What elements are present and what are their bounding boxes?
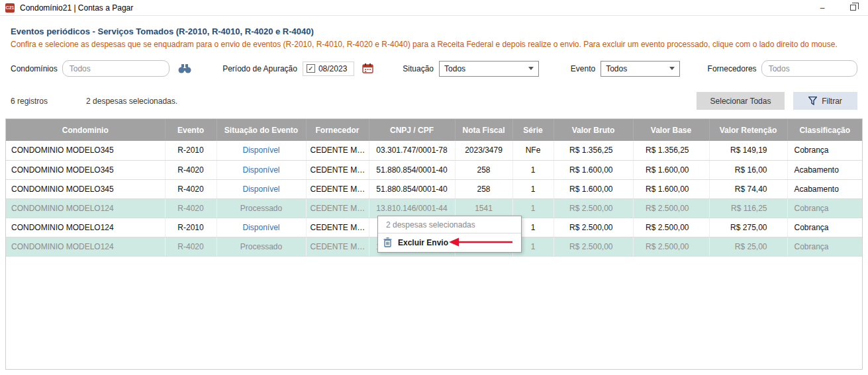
column-header-5[interactable]: CNPJ / CPF <box>369 119 455 141</box>
cell-condominio: CONDOMINIO MODELO124 <box>6 218 165 237</box>
menu-item-label: Excluir Envio <box>398 238 448 247</box>
cell-condominio: CONDOMINIO MODELO345 <box>6 160 165 179</box>
restore-icon <box>850 5 856 11</box>
cell-classificacao: Cobrança <box>787 198 862 218</box>
filter-button-label: Filtrar <box>822 97 842 106</box>
cell-evento: R-2010 <box>165 141 217 160</box>
periodo-box: ✓ 08/2023 <box>303 62 354 76</box>
evento-label: Evento <box>571 64 595 73</box>
cell-situacao[interactable]: Disponível <box>217 218 306 237</box>
binoculars-icon[interactable] <box>177 64 192 73</box>
periodo-checkbox[interactable]: ✓ <box>307 64 315 73</box>
column-header-10[interactable]: Valor Retenção <box>709 119 787 141</box>
fornecedores-input[interactable]: Todos <box>761 60 857 77</box>
cell-valor_bruto: R$ 2.500,00 <box>554 237 633 256</box>
periodo-label: Período de Apuração <box>222 64 297 73</box>
cell-classificacao: Acabamento <box>787 160 862 179</box>
cell-valor_retencao: R$ 149,19 <box>709 141 787 160</box>
cell-fornecedor: CEDENTE MOD... <box>306 179 369 198</box>
cell-cnpj_cpf: 51.880.854/0001-40 <box>369 160 455 179</box>
cell-evento: R-4020 <box>165 179 217 198</box>
table-row[interactable]: CONDOMINIO MODELO345R-4020DisponívelCEDE… <box>6 160 862 179</box>
condominios-label: Condomínios <box>11 64 58 73</box>
column-header-2[interactable]: Evento <box>165 119 217 141</box>
cell-classificacao: Cobrança <box>787 218 862 237</box>
cell-evento: R-4020 <box>165 198 217 218</box>
calendar-icon[interactable] <box>362 63 373 73</box>
page-subtitle: Confira e selecione as despesas que se e… <box>11 40 857 49</box>
table-header-row: CondominioEventoSituação do EventoFornec… <box>6 119 862 141</box>
cell-valor_base: R$ 2.500,00 <box>633 218 709 237</box>
cell-valor_retencao: R$ 74,40 <box>709 179 787 198</box>
cell-fornecedor: CEDENTE MOD... <box>306 198 369 218</box>
cell-evento: R-2010 <box>165 218 217 237</box>
cell-valor_base: R$ 2.500,00 <box>633 237 709 256</box>
cell-serie: 1 <box>512 198 554 218</box>
status-bar: 6 registros 2 despesas selecionadas. Sel… <box>0 92 868 110</box>
cell-classificacao: Cobrança <box>787 237 862 256</box>
records-count: 6 registros <box>11 97 48 106</box>
periodo-value: 08/2023 <box>318 64 347 73</box>
annotation-arrow <box>448 236 515 248</box>
cell-valor_base: R$ 2.500,00 <box>633 198 709 218</box>
column-header-9[interactable]: Valor Base <box>633 119 709 141</box>
cell-valor_retencao: R$ 25,00 <box>709 237 787 256</box>
column-header-6[interactable]: Nota Fiscal <box>455 119 512 141</box>
cell-situacao[interactable]: Disponível <box>217 141 306 160</box>
column-header-7[interactable]: Série <box>512 119 554 141</box>
titlebar: C21 Condomínio21 | Contas a Pagar – <box>0 0 868 16</box>
column-header-1[interactable]: Condominio <box>6 119 165 141</box>
cell-situacao[interactable]: Disponível <box>217 160 306 179</box>
column-header-4[interactable]: Fornecedor <box>306 119 369 141</box>
fornecedores-label: Fornecedores <box>708 64 757 73</box>
condominios-input[interactable]: Todos <box>62 60 169 77</box>
cell-situacao: Processado <box>217 237 306 256</box>
cell-valor_bruto: R$ 2.500,00 <box>554 198 633 218</box>
cell-valor_retencao: R$ 275,00 <box>709 218 787 237</box>
cell-valor_base: R$ 1.600,00 <box>633 179 709 198</box>
column-header-8[interactable]: Valor Bruto <box>554 119 633 141</box>
cell-valor_bruto: R$ 1.600,00 <box>554 179 633 198</box>
cell-valor_base: R$ 1.600,00 <box>633 160 709 179</box>
filter-button[interactable]: Filtrar <box>793 92 857 110</box>
table-row[interactable]: CONDOMINIO MODELO345R-2010DisponívelCEDE… <box>6 141 862 160</box>
situacao-label: Situação <box>403 64 434 73</box>
minimize-icon: – <box>820 3 825 13</box>
cell-valor_bruto: R$ 1.600,00 <box>554 160 633 179</box>
select-all-button[interactable]: Selecionar Todas <box>697 92 785 110</box>
cell-fornecedor: CEDENTE MOD... <box>306 141 369 160</box>
cell-condominio: CONDOMINIO MODELO124 <box>6 198 165 218</box>
table-row[interactable]: CONDOMINIO MODELO345R-4020DisponívelCEDE… <box>6 179 862 198</box>
situacao-select[interactable]: Todos <box>439 61 539 77</box>
cell-nota_fiscal: 1541 <box>455 198 512 218</box>
funnel-icon <box>808 97 817 105</box>
cell-valor_bruto: R$ 2.500,00 <box>554 218 633 237</box>
minimize-button[interactable]: – <box>807 0 838 15</box>
table-row[interactable]: CONDOMINIO MODELO124R-4020ProcessadoCEDE… <box>6 198 862 218</box>
cell-cnpj_cpf: 03.301.747/0001-78 <box>369 141 455 160</box>
cell-serie: 1 <box>512 160 554 179</box>
checkmark-icon: ✓ <box>308 65 313 72</box>
chevron-down-icon <box>528 67 534 70</box>
filter-bar: Condomínios Todos Período de Apuração ✓ … <box>0 60 868 77</box>
cell-condominio: CONDOMINIO MODELO124 <box>6 237 165 256</box>
window-title: Condomínio21 | Contas a Pagar <box>20 3 133 13</box>
cell-evento: R-4020 <box>165 160 217 179</box>
cell-cnpj_cpf: 13.810.146/0001-44 <box>369 198 455 218</box>
cell-valor_retencao: R$ 116,25 <box>709 198 787 218</box>
column-header-11[interactable]: Classificação <box>787 119 862 141</box>
cell-valor_base: R$ 1.356,25 <box>633 141 709 160</box>
cell-situacao[interactable]: Disponível <box>217 179 306 198</box>
app-icon: C21 <box>5 3 15 13</box>
page-title: Eventos periódicos - Serviços Tomados (R… <box>11 26 857 36</box>
column-header-3[interactable]: Situação do Evento <box>217 119 306 141</box>
cell-condominio: CONDOMINIO MODELO345 <box>6 141 165 160</box>
cell-nota_fiscal: 258 <box>455 160 512 179</box>
restore-button[interactable] <box>838 0 868 15</box>
cell-nota_fiscal: 258 <box>455 179 512 198</box>
evento-selected-value: Todos <box>606 64 627 73</box>
evento-select[interactable]: Todos <box>601 61 679 77</box>
cell-valor_retencao: R$ 16,00 <box>709 160 787 179</box>
trash-icon <box>383 237 392 247</box>
situacao-selected-value: Todos <box>444 64 465 73</box>
